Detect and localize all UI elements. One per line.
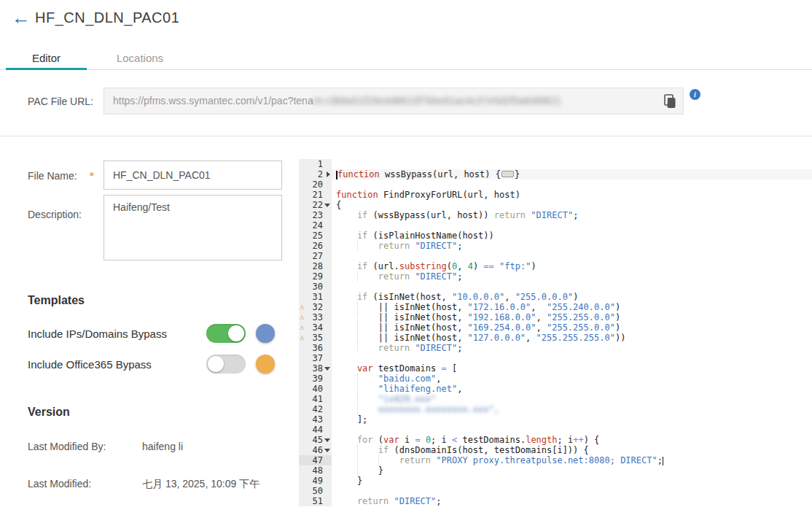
code-line[interactable]: 30 bbox=[299, 282, 812, 292]
code-line[interactable]: 44 bbox=[299, 425, 812, 435]
collapsed-code-placeholder[interactable] bbox=[501, 171, 514, 177]
gutter-cell: 38 bbox=[299, 363, 332, 374]
code-line[interactable]: 38var testDomains = [ bbox=[299, 363, 812, 374]
code-line[interactable]: 41"ix429.xxx" bbox=[299, 394, 812, 404]
code-line[interactable]: 28if (url.substring(0, 4) == "ftp:") bbox=[299, 261, 812, 271]
code-line[interactable]: 22{ bbox=[299, 200, 812, 210]
code-text[interactable]: || isInNet(host, "169.254.0.0", "255.255… bbox=[332, 322, 620, 333]
code-text[interactable]: || isInNet(host, "127.0.0.0", "255.255.2… bbox=[332, 333, 625, 343]
copy-icon[interactable] bbox=[664, 94, 677, 109]
code-line[interactable]: 1 bbox=[299, 159, 812, 169]
code-line[interactable]: 45for (var i = 0; i < testDomains.length… bbox=[299, 435, 812, 445]
warning-icon[interactable]: ⚠ bbox=[300, 333, 305, 343]
code-line[interactable]: 26return "DIRECT"; bbox=[299, 241, 812, 251]
code-text[interactable]: if (url.substring(0, 4) == "ftp:") bbox=[332, 261, 536, 271]
code-text[interactable] bbox=[332, 425, 336, 435]
code-line[interactable]: 47return "PROXY proxy.threatpulse.net:80… bbox=[299, 455, 812, 465]
description-textarea[interactable] bbox=[104, 195, 282, 260]
code-line[interactable]: 43]; bbox=[299, 414, 812, 425]
code-line[interactable]: 2function wssBypass(url, host) {} bbox=[299, 169, 812, 179]
code-text[interactable]: || isInNet(host, "172.16.0.0", "255.240.… bbox=[332, 302, 620, 312]
code-token: for bbox=[357, 435, 373, 445]
code-text[interactable]: ]; bbox=[332, 414, 367, 425]
code-line[interactable]: 23if (wssBypass(url, host)) return "DIRE… bbox=[299, 210, 812, 220]
fold-open-icon[interactable] bbox=[324, 367, 330, 371]
code-text[interactable]: "ix429.xxx" bbox=[332, 394, 436, 404]
code-text[interactable] bbox=[332, 251, 336, 261]
fold-collapsed-icon[interactable] bbox=[327, 171, 330, 177]
code-text[interactable]: function wssBypass(url, host) {} bbox=[332, 169, 520, 179]
ips-domains-bypass-color-dot[interactable] bbox=[256, 324, 275, 343]
code-line[interactable]: 50 bbox=[299, 486, 812, 496]
code-line[interactable]: 29return "DIRECT"; bbox=[299, 271, 812, 282]
tab-editor[interactable]: Editor bbox=[6, 52, 87, 64]
code-line[interactable]: 27 bbox=[299, 251, 812, 261]
tab-locations[interactable]: Locations bbox=[111, 52, 169, 64]
code-text[interactable] bbox=[332, 486, 336, 496]
code-text[interactable]: function FindProxyForURL(url, host) bbox=[332, 190, 520, 200]
file-name-input[interactable] bbox=[104, 160, 282, 190]
code-line[interactable]: ⚠33|| isInNet(host, "192.168.0.0", "255.… bbox=[299, 312, 812, 322]
code-line[interactable]: 31if (isInNet(host, "10.0.0.0", "255.0.0… bbox=[299, 292, 812, 302]
code-line[interactable]: 24 bbox=[299, 220, 812, 231]
code-line[interactable]: 21function FindProxyForURL(url, host) bbox=[299, 190, 812, 200]
code-line[interactable]: ⚠34|| isInNet(host, "169.254.0.0", "255.… bbox=[299, 322, 812, 333]
indent-guide bbox=[336, 333, 357, 343]
code-line[interactable]: 25if (isPlainHostName(host)) bbox=[299, 231, 812, 241]
indent-guide bbox=[336, 210, 357, 220]
include-ips-domains-bypass-toggle[interactable] bbox=[206, 324, 246, 343]
code-text[interactable] bbox=[332, 282, 336, 292]
fold-open-icon[interactable] bbox=[324, 438, 330, 442]
pac-code-editor[interactable]: 12function wssBypass(url, host) {}2021fu… bbox=[299, 159, 812, 507]
code-text[interactable]: if (isInNet(host, "10.0.0.0", "255.0.0.0… bbox=[332, 292, 578, 302]
code-line[interactable]: 40"lihaifeng.net", bbox=[299, 384, 812, 394]
office365-bypass-color-dot[interactable] bbox=[256, 355, 275, 374]
code-text[interactable]: return "PROXY proxy.threatpulse.net:8080… bbox=[332, 455, 663, 465]
code-text[interactable]: } bbox=[332, 465, 383, 476]
code-line[interactable]: 36return "DIRECT"; bbox=[299, 343, 812, 353]
code-token: ; i bbox=[431, 435, 452, 445]
pac-file-url-field[interactable]: https://pfms.wss.symantec.com/v1/pac?ten… bbox=[104, 88, 684, 115]
code-text[interactable] bbox=[332, 159, 336, 169]
code-line[interactable]: 51return "DIRECT"; bbox=[299, 496, 812, 506]
code-line[interactable]: 37 bbox=[299, 353, 812, 363]
code-line[interactable]: 39"baidu.com", bbox=[299, 374, 812, 384]
code-line[interactable]: 20 bbox=[299, 179, 812, 190]
code-text[interactable]: return "DIRECT"; bbox=[332, 241, 462, 251]
code-text[interactable]: if (isPlainHostName(host)) bbox=[332, 231, 494, 241]
code-text[interactable] bbox=[332, 179, 336, 190]
include-office365-bypass-toggle[interactable] bbox=[206, 355, 246, 374]
code-line[interactable]: 42xxxxxxxx.xxxxxxxx.xxx", bbox=[299, 404, 812, 414]
fold-open-icon[interactable] bbox=[324, 204, 330, 207]
code-text[interactable]: if (wssBypass(url, host)) return "DIRECT… bbox=[332, 210, 578, 220]
code-line[interactable]: 49} bbox=[299, 476, 812, 486]
code-text[interactable]: return "DIRECT"; bbox=[332, 496, 442, 506]
warning-icon[interactable]: ⚠ bbox=[300, 312, 305, 322]
code-line[interactable]: 48} bbox=[299, 465, 812, 476]
code-text[interactable]: if (dnsDomainIs(host, testDomains[i])) { bbox=[332, 445, 589, 455]
code-text[interactable]: var testDomains = [ bbox=[332, 363, 457, 374]
warning-icon[interactable]: ⚠ bbox=[300, 322, 305, 333]
info-icon[interactable]: i bbox=[690, 89, 700, 100]
back-arrow-icon[interactable]: ← bbox=[12, 8, 31, 27]
code-text[interactable]: || isInNet(host, "192.168.0.0", "255.255… bbox=[332, 312, 620, 322]
code-text[interactable]: "baidu.com", bbox=[332, 374, 442, 384]
code-text[interactable]: return "DIRECT"; bbox=[332, 343, 462, 353]
code-text[interactable] bbox=[332, 353, 336, 363]
code-line[interactable]: 46if (dnsDomainIs(host, testDomains[i]))… bbox=[299, 445, 812, 455]
code-line[interactable]: ⚠35|| isInNet(host, "127.0.0.0", "255.25… bbox=[299, 333, 812, 343]
code-text[interactable]: xxxxxxxx.xxxxxxxx.xxx", bbox=[332, 404, 499, 414]
code-token: ) { bbox=[584, 435, 600, 445]
code-token: "172.16.0.0" bbox=[468, 302, 531, 312]
code-text[interactable]: "lihaifeng.net", bbox=[332, 384, 462, 394]
code-text[interactable]: { bbox=[332, 200, 341, 210]
code-text[interactable]: for (var i = 0; i < testDomains.length; … bbox=[332, 435, 599, 445]
gutter-cell: 31 bbox=[299, 292, 332, 302]
code-text[interactable]: } bbox=[332, 476, 362, 486]
fold-open-icon[interactable] bbox=[324, 449, 330, 452]
code-text[interactable]: return "DIRECT"; bbox=[332, 271, 462, 282]
code-token: { bbox=[336, 200, 341, 210]
warning-icon[interactable]: ⚠ bbox=[300, 302, 305, 312]
code-text[interactable] bbox=[332, 220, 336, 231]
code-line[interactable]: ⚠32|| isInNet(host, "172.16.0.0", "255.2… bbox=[299, 302, 812, 312]
